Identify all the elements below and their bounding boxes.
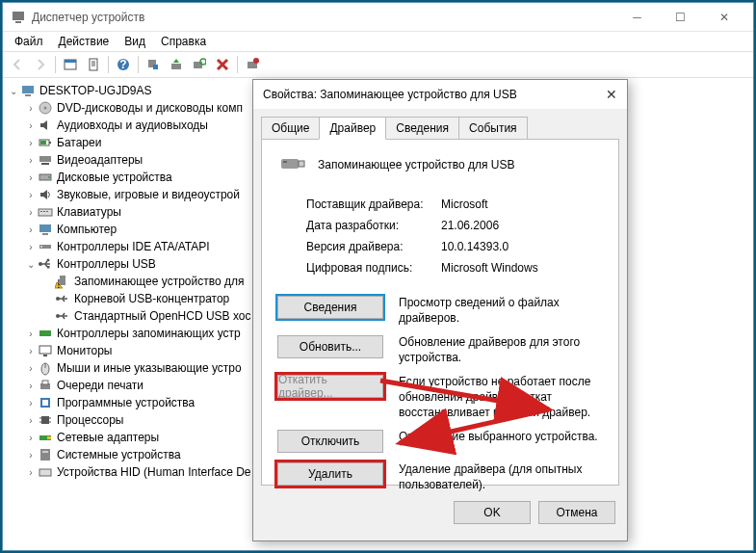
- uninstall-button[interactable]: [212, 54, 233, 75]
- back-button[interactable]: [7, 54, 28, 75]
- expand-icon[interactable]: ›: [24, 155, 38, 166]
- menu-action[interactable]: Действие: [51, 33, 117, 50]
- maximize-button[interactable]: ☐: [659, 3, 702, 31]
- expand-icon[interactable]: ›: [24, 138, 38, 148]
- toolbar-separator: [237, 56, 238, 73]
- info-row-date: Дата разработки:21.06.2006: [306, 215, 603, 236]
- update-driver-button[interactable]: Обновить...: [277, 335, 383, 358]
- disk-icon: [38, 170, 53, 185]
- menu-file[interactable]: Файл: [7, 33, 51, 50]
- rollback-driver-button[interactable]: Откатить драйвер...: [277, 375, 383, 398]
- usb-icon: [55, 308, 70, 324]
- cancel-button[interactable]: Отмена: [538, 501, 615, 524]
- disable-device-button[interactable]: Отключить: [277, 430, 383, 453]
- svg-rect-11: [153, 65, 158, 69]
- close-button[interactable]: ✕: [702, 3, 745, 31]
- tab-details[interactable]: Сведения: [385, 117, 459, 139]
- usb-storage-icon: [277, 153, 308, 176]
- svg-rect-12: [171, 64, 181, 69]
- expand-icon[interactable]: ›: [24, 450, 38, 461]
- svg-rect-68: [283, 161, 287, 163]
- properties-dialog: Свойства: Запоминающее устройство для US…: [252, 79, 628, 541]
- scan-button[interactable]: [143, 54, 164, 75]
- svg-point-39: [47, 259, 50, 262]
- expand-icon[interactable]: ›: [24, 329, 38, 339]
- svg-line-15: [205, 64, 206, 65]
- expand-icon[interactable]: ›: [24, 467, 38, 478]
- svg-rect-41: [60, 276, 65, 285]
- svg-text:!: !: [57, 277, 60, 290]
- svg-rect-67: [299, 161, 304, 167]
- minimize-button[interactable]: ─: [615, 3, 659, 31]
- dialog-title: Свойства: Запоминающее устройство для US…: [263, 88, 579, 101]
- svg-rect-33: [39, 224, 51, 232]
- svg-rect-25: [39, 156, 51, 162]
- uninstall-driver-button[interactable]: Удалить: [277, 462, 383, 486]
- expand-icon[interactable]: ›: [24, 398, 38, 408]
- computer-icon: [20, 83, 36, 98]
- svg-rect-23: [49, 142, 51, 144]
- menu-help[interactable]: Справка: [153, 33, 214, 50]
- toolbar: ?: [3, 51, 753, 78]
- dialog-footer: OK Отмена: [253, 493, 627, 532]
- svg-rect-19: [25, 94, 31, 96]
- svg-rect-24: [40, 141, 46, 145]
- usb-icon: [55, 291, 70, 306]
- expand-icon[interactable]: ›: [24, 190, 38, 200]
- app-icon: [11, 10, 26, 25]
- toolbar-separator: [138, 56, 139, 73]
- update-driver-button[interactable]: [166, 54, 187, 75]
- driver-details-button[interactable]: Сведения: [277, 296, 383, 319]
- keyboard-icon: [38, 204, 53, 220]
- collapse-icon[interactable]: ⌄: [24, 259, 38, 270]
- print-queue-icon: [38, 378, 53, 393]
- ok-button[interactable]: OK: [454, 501, 531, 524]
- tab-general[interactable]: Общие: [261, 117, 320, 139]
- tab-events[interactable]: События: [458, 117, 528, 139]
- help-button[interactable]: ?: [113, 54, 134, 75]
- titlebar: Диспетчер устройств ─ ☐ ✕: [3, 3, 753, 32]
- action-row-details: Сведения Просмотр сведений о файлах драй…: [277, 296, 603, 326]
- expand-icon[interactable]: ›: [24, 224, 38, 235]
- show-hidden-button[interactable]: [60, 54, 81, 75]
- svg-rect-47: [39, 330, 51, 336]
- display-adapter-icon: [38, 152, 53, 168]
- tabstrip: Общие Драйвер Сведения События: [253, 109, 627, 139]
- expand-icon[interactable]: ›: [24, 242, 38, 252]
- update-driver-description: Обновление драйверов для этого устройств…: [399, 335, 603, 365]
- driver-info: Поставщик драйвера:Microsoft Дата разраб…: [306, 194, 603, 278]
- expand-icon[interactable]: ›: [24, 346, 38, 356]
- svg-rect-31: [43, 211, 45, 212]
- expand-icon[interactable]: ›: [24, 381, 38, 391]
- ide-icon: [38, 239, 53, 254]
- properties-button[interactable]: [83, 54, 104, 75]
- audio-icon: [38, 118, 53, 133]
- forward-button[interactable]: [30, 54, 51, 75]
- svg-rect-36: [40, 246, 42, 248]
- monitor-icon: [38, 343, 53, 358]
- svg-point-28: [48, 176, 50, 178]
- storage-controller-icon: [38, 326, 53, 341]
- expand-icon[interactable]: ›: [24, 103, 38, 114]
- disable-button[interactable]: [242, 54, 263, 75]
- scan-hardware-button[interactable]: [189, 54, 210, 75]
- collapse-icon[interactable]: ⌄: [7, 86, 20, 96]
- expand-icon[interactable]: ›: [24, 120, 38, 131]
- svg-rect-4: [90, 59, 97, 70]
- expand-icon[interactable]: ›: [24, 433, 38, 443]
- expand-icon[interactable]: ›: [24, 172, 38, 183]
- expand-icon[interactable]: ›: [24, 363, 38, 374]
- menu-view[interactable]: Вид: [117, 33, 153, 50]
- info-row-signer: Цифровая подпись:Microsoft Windows: [306, 257, 603, 278]
- svg-rect-32: [46, 211, 48, 212]
- action-row-update: Обновить... Обновление драйверов для это…: [277, 335, 603, 365]
- svg-rect-65: [39, 469, 51, 476]
- expand-icon[interactable]: ›: [24, 415, 38, 426]
- svg-rect-55: [42, 400, 48, 406]
- dialog-close-button[interactable]: ✕: [579, 87, 617, 102]
- dvd-icon: [38, 100, 53, 116]
- svg-rect-56: [41, 416, 49, 424]
- system-device-icon: [38, 447, 53, 462]
- expand-icon[interactable]: ›: [24, 207, 38, 218]
- tab-driver[interactable]: Драйвер: [319, 117, 386, 140]
